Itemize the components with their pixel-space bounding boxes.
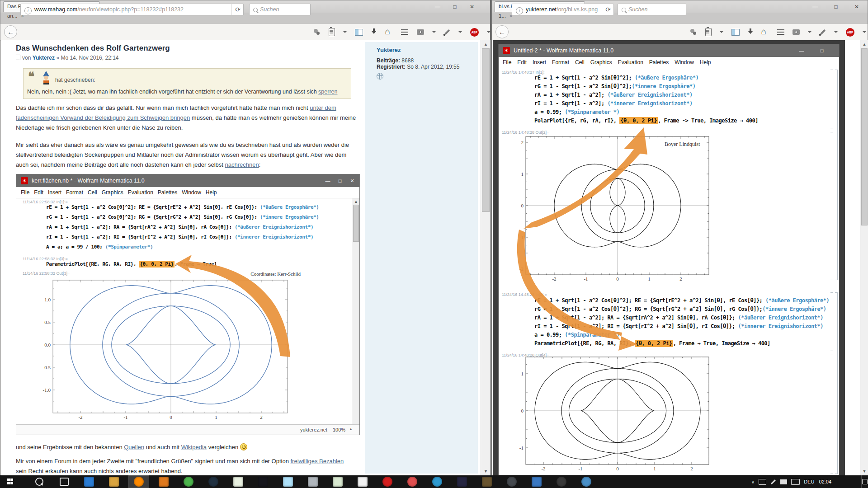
browser-scrollbar[interactable]: ▲ ▼ bbox=[481, 40, 491, 475]
notification-center-button[interactable] bbox=[861, 475, 868, 488]
author-link[interactable]: Yukterez bbox=[33, 55, 55, 61]
menu-item-palettes[interactable]: Palettes bbox=[158, 189, 177, 196]
forum-link[interactable]: fadenscheinigen Vorwand der Beleidigung … bbox=[16, 114, 190, 121]
menu-item-cell[interactable]: Cell bbox=[88, 189, 97, 196]
taskbar-task-view[interactable] bbox=[54, 475, 75, 488]
menu-item-help[interactable]: Help bbox=[206, 189, 217, 196]
url-bar[interactable]: iyukterez.net/org/bl.vs.ks.png ⟳ bbox=[512, 4, 614, 15]
taskbar-document-app[interactable] bbox=[352, 475, 373, 488]
maximize-button[interactable]: □ bbox=[448, 2, 462, 11]
taskbar-text-editor[interactable] bbox=[228, 475, 249, 488]
magnification[interactable]: 100% bbox=[333, 427, 345, 432]
forum-link[interactable]: freiwilliges Bezahlen bbox=[290, 458, 344, 465]
menu-item-insert[interactable]: Insert bbox=[48, 189, 61, 196]
home-icon[interactable]: ⌂ bbox=[761, 28, 769, 36]
adblock-icon[interactable]: ABP bbox=[470, 28, 479, 37]
extension-circles-icon[interactable] bbox=[313, 28, 321, 36]
menu-item-format[interactable]: Format bbox=[552, 59, 569, 66]
forum-link[interactable]: Wikipedia bbox=[181, 444, 207, 450]
search-bar[interactable]: Suchen bbox=[249, 4, 311, 15]
profile-username-link[interactable]: Yukterez bbox=[377, 47, 401, 53]
taskbar-target-app[interactable] bbox=[377, 475, 398, 488]
start-button[interactable] bbox=[0, 475, 21, 488]
taskbar-cube-app[interactable] bbox=[278, 475, 298, 488]
taskbar-mathematica[interactable] bbox=[253, 475, 274, 488]
screenshot-camera-icon[interactable] bbox=[417, 29, 424, 35]
adblock-icon[interactable]: ABP bbox=[846, 28, 854, 37]
menu-item-graphics[interactable]: Graphics bbox=[102, 189, 123, 196]
eyedropper-icon[interactable] bbox=[444, 29, 450, 35]
download-icon[interactable] bbox=[748, 31, 753, 34]
menu-item-evaluation[interactable]: Evaluation bbox=[618, 59, 643, 66]
language-indicator[interactable]: DEU bbox=[804, 479, 814, 484]
home-icon[interactable]: ⌂ bbox=[385, 28, 393, 36]
site-info-icon[interactable]: i bbox=[24, 7, 32, 14]
maximize-button[interactable]: □ bbox=[829, 2, 843, 11]
forum-link[interactable]: nachrechnen bbox=[225, 161, 259, 168]
taskbar-file-explorer[interactable] bbox=[104, 475, 124, 488]
display-icon[interactable] bbox=[780, 479, 787, 484]
sidebar-panel-icon[interactable] bbox=[355, 29, 363, 36]
menu-item-edit[interactable]: Edit bbox=[517, 59, 527, 66]
menu-item-file[interactable]: File bbox=[503, 59, 511, 66]
menu-icon[interactable] bbox=[401, 29, 408, 31]
menu-item-edit[interactable]: Edit bbox=[34, 189, 43, 196]
taskbar-web-app[interactable] bbox=[576, 475, 597, 488]
menu-item-format[interactable]: Format bbox=[66, 189, 83, 196]
extension-circles-icon[interactable] bbox=[690, 28, 697, 36]
screenshot-camera-icon[interactable] bbox=[793, 29, 800, 35]
back-button[interactable]: ← bbox=[4, 25, 17, 38]
pen-icon[interactable] bbox=[771, 479, 776, 484]
taskbar-device-app[interactable] bbox=[302, 475, 323, 488]
menu-item-evaluation[interactable]: Evaluation bbox=[128, 189, 153, 196]
clock[interactable]: 02:04 bbox=[819, 479, 832, 484]
forum-link[interactable]: unter dem bbox=[310, 104, 336, 111]
close-button[interactable]: ✕ bbox=[465, 2, 479, 11]
taskbar-daz-studio[interactable] bbox=[153, 475, 174, 488]
network-icon[interactable] bbox=[759, 479, 766, 485]
forum-link[interactable]: sperren bbox=[318, 89, 337, 95]
menu-item-help[interactable]: Help bbox=[700, 59, 711, 66]
taskbar-photos-app[interactable] bbox=[79, 475, 99, 488]
menu-item-window[interactable]: Window bbox=[675, 59, 694, 66]
taskbar-downloads-folder[interactable] bbox=[327, 475, 348, 488]
magnification-up-icon[interactable]: ▲ bbox=[349, 427, 353, 431]
taskbar-lb-app[interactable] bbox=[501, 475, 522, 488]
download-icon[interactable] bbox=[371, 31, 377, 34]
clipboard-icon[interactable] bbox=[329, 28, 335, 36]
forum-link[interactable]: Quellen bbox=[124, 444, 144, 450]
taskbar-gstd-app[interactable] bbox=[551, 475, 572, 488]
taskbar-dark-ball-app[interactable] bbox=[203, 475, 224, 488]
search-bar[interactable]: Suchen bbox=[618, 4, 686, 15]
menu-item-graphics[interactable]: Graphics bbox=[590, 59, 612, 66]
close-button[interactable]: ✕ bbox=[850, 2, 863, 11]
browser-scrollbar[interactable]: ▲ ▼ bbox=[860, 40, 868, 475]
reload-icon[interactable]: ⟳ bbox=[231, 4, 241, 15]
menu-item-insert[interactable]: Insert bbox=[533, 59, 546, 66]
taskbar-clock-app[interactable] bbox=[402, 475, 423, 488]
menu-item-cell[interactable]: Cell bbox=[575, 59, 585, 66]
tray-chevron-icon[interactable]: ∧ bbox=[751, 479, 755, 484]
back-button[interactable]: ← bbox=[495, 25, 509, 38]
taskbar-chrome[interactable] bbox=[178, 475, 199, 488]
taskbar-night-app[interactable] bbox=[452, 475, 472, 488]
taskbar-bank-app[interactable] bbox=[526, 475, 547, 488]
taskbar-firefox[interactable] bbox=[128, 475, 149, 488]
site-info-icon[interactable]: i bbox=[516, 7, 523, 14]
taskbar-quicktime[interactable] bbox=[427, 475, 448, 488]
clipboard-icon[interactable] bbox=[705, 28, 712, 36]
menu-item-file[interactable]: File bbox=[21, 189, 29, 196]
menu-icon[interactable] bbox=[777, 29, 784, 31]
taskbar-portrait-app[interactable] bbox=[476, 475, 497, 488]
menu-item-palettes[interactable]: Palettes bbox=[649, 59, 669, 66]
url-bar[interactable]: iwww.mahag.com/neufor/viewtopic.php?p=11… bbox=[20, 4, 244, 15]
keyboard-icon[interactable] bbox=[791, 479, 800, 485]
taskbar-search[interactable] bbox=[29, 475, 50, 488]
notebook-scrollbar[interactable]: ▲ bbox=[352, 198, 360, 424]
minimize-button[interactable]: — bbox=[431, 2, 444, 11]
minimize-button[interactable]: — bbox=[808, 2, 822, 11]
reload-icon[interactable]: ⟳ bbox=[602, 4, 611, 15]
website-globe-icon[interactable] bbox=[377, 73, 383, 80]
eyedropper-icon[interactable] bbox=[820, 29, 826, 35]
menu-item-window[interactable]: Window bbox=[182, 189, 201, 196]
